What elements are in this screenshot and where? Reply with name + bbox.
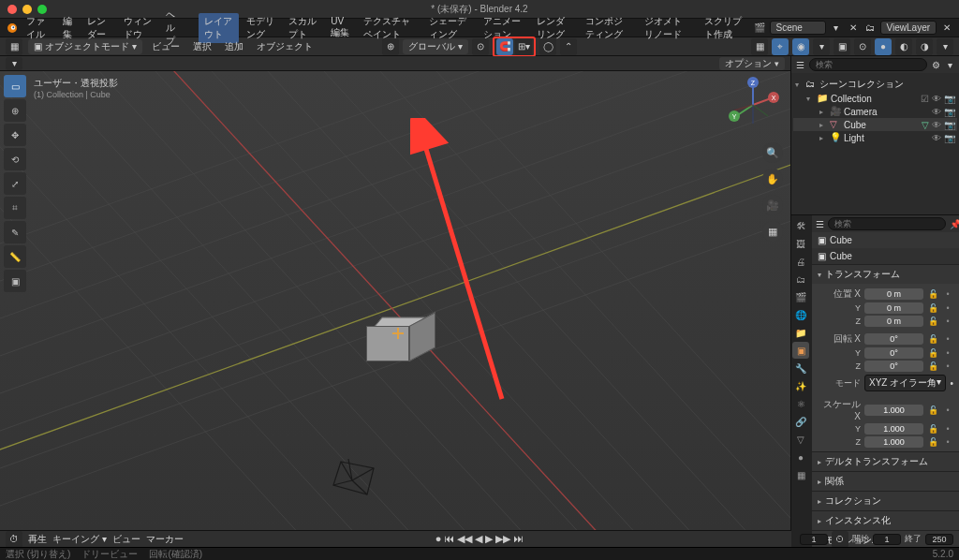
- menu-render[interactable]: レンダー: [81, 13, 116, 43]
- camera-object[interactable]: [332, 457, 388, 504]
- hdr-view[interactable]: ビュー: [148, 40, 184, 53]
- tl-play[interactable]: 再生: [28, 533, 47, 546]
- tl-keying-dropdown[interactable]: キーイング ▾: [52, 533, 107, 546]
- workspace-comp[interactable]: コンポジティング: [580, 13, 638, 43]
- orientation-icon[interactable]: ⊕: [382, 38, 399, 55]
- lock-icon[interactable]: 🔓: [927, 361, 938, 371]
- section-relations[interactable]: ▸関係: [812, 471, 959, 491]
- rot-x-field[interactable]: 0°: [864, 333, 923, 345]
- mode-dropdown[interactable]: ▣ オブジェクトモード ▾: [28, 39, 142, 54]
- lock-icon[interactable]: 🔓: [927, 405, 938, 415]
- prev-key-icon[interactable]: ◀◀: [457, 533, 472, 545]
- workspace-uv[interactable]: UV編集: [325, 14, 356, 41]
- scale-y-field[interactable]: 1.000: [864, 423, 923, 435]
- jump-start-icon[interactable]: ⏮: [444, 533, 454, 545]
- options-dropdown[interactable]: オプション ▾: [719, 57, 785, 70]
- loc-y-field[interactable]: 0 m: [864, 302, 923, 314]
- add-cube-tool[interactable]: ▣: [4, 270, 26, 292]
- rotate-tool[interactable]: ⟲: [4, 148, 26, 170]
- camera-view-icon[interactable]: 🎥: [762, 195, 783, 215]
- shading-solid-icon[interactable]: ●: [875, 38, 892, 55]
- lock-icon[interactable]: 🔓: [927, 334, 938, 344]
- menu-window[interactable]: ウィンドウ: [118, 13, 158, 43]
- editor-type-icon[interactable]: ▦: [6, 38, 22, 55]
- section-instancing[interactable]: ▸インスタンス化: [812, 510, 959, 530]
- ptab-tool[interactable]: 🛠: [792, 217, 809, 234]
- loc-x-field[interactable]: 0 m: [864, 288, 923, 300]
- layer-new-icon[interactable]: ✕: [940, 22, 953, 35]
- menu-edit[interactable]: 編集: [57, 13, 80, 43]
- cube-object[interactable]: [370, 313, 426, 369]
- eye-icon[interactable]: 👁: [932, 120, 941, 130]
- measure-tool[interactable]: 📏: [4, 245, 26, 268]
- scale-tool[interactable]: ⤢: [4, 172, 26, 195]
- section-delta[interactable]: ▸デルタトランスフォーム: [812, 451, 959, 471]
- play-rev-icon[interactable]: ◀: [475, 533, 482, 545]
- ptab-world[interactable]: 🌐: [792, 306, 809, 323]
- autokey-icon[interactable]: ●: [435, 533, 442, 545]
- tree-cube[interactable]: ▸▽ Cube ▽👁📷: [793, 118, 957, 131]
- new-collection-icon[interactable]: ▾: [945, 58, 955, 71]
- lock-icon[interactable]: 🔓: [927, 424, 938, 434]
- next-key-icon[interactable]: ▶▶: [495, 533, 510, 545]
- section-collection[interactable]: ▸コレクション: [812, 491, 959, 510]
- render-icon[interactable]: 📷: [944, 94, 955, 104]
- outliner-search-input[interactable]: [809, 58, 927, 71]
- ptab-render[interactable]: 🖼: [792, 235, 809, 252]
- shading-render-icon[interactable]: ◑: [916, 38, 933, 55]
- jump-end-icon[interactable]: ⏭: [513, 533, 524, 545]
- shading-dropdown-icon[interactable]: ▾: [937, 38, 953, 55]
- lock-icon[interactable]: 🔓: [927, 317, 938, 326]
- current-frame-field[interactable]: 1: [800, 534, 828, 545]
- ptab-texture[interactable]: ▦: [792, 466, 809, 483]
- eye-icon[interactable]: 👁: [932, 94, 941, 104]
- ptab-collection[interactable]: 📁: [792, 324, 809, 341]
- tree-scene-collection[interactable]: ▾🗂 シーンコレクション: [793, 77, 957, 92]
- shading-matprev-icon[interactable]: ◐: [895, 38, 912, 55]
- select-box-tool[interactable]: ▭: [4, 75, 26, 97]
- cursor-tool[interactable]: ⊕: [4, 99, 26, 122]
- scale-z-field[interactable]: 1.000: [864, 436, 923, 448]
- workspace-geo[interactable]: ジオメトリノード: [639, 13, 697, 43]
- snap-toggle-button[interactable]: 🧲: [496, 38, 513, 55]
- hdr-select[interactable]: 選択: [189, 40, 215, 53]
- render-icon[interactable]: 📷: [944, 107, 955, 117]
- hdr-add[interactable]: 追加: [221, 40, 247, 53]
- ptab-constraint[interactable]: 🔗: [792, 413, 809, 430]
- section-transform[interactable]: ▾トランスフォーム: [812, 264, 959, 284]
- rot-y-field[interactable]: 0°: [864, 347, 923, 359]
- outliner-editor-icon[interactable]: ☰: [795, 58, 805, 71]
- orientation-dropdown[interactable]: グローバル ▾: [403, 39, 468, 54]
- props-breadcrumb[interactable]: ▣ Cube: [812, 232, 959, 248]
- preview-range-icon[interactable]: ⏲: [832, 531, 848, 548]
- snap-target-dropdown[interactable]: ⊞▾: [515, 38, 532, 55]
- tree-camera[interactable]: ▸🎥 Camera 👁📷: [793, 105, 957, 118]
- perspective-toggle-icon[interactable]: ▦: [762, 221, 783, 242]
- workspace-sculpt[interactable]: スカルプト: [283, 13, 323, 43]
- lock-icon[interactable]: 🔓: [927, 303, 938, 313]
- tree-light[interactable]: ▸💡 Light 👁📷: [793, 131, 957, 144]
- viewlayer-field[interactable]: ViewLayer: [880, 21, 937, 35]
- ptab-object[interactable]: ▣: [792, 342, 809, 359]
- start-frame-field[interactable]: 1: [873, 534, 901, 545]
- proportional-falloff-icon[interactable]: ⌃: [560, 38, 577, 55]
- filter-icon[interactable]: ▦: [751, 38, 768, 55]
- gizmo-z-icon[interactable]: Z: [747, 77, 759, 88]
- overlay-toggle-icon[interactable]: ◉: [792, 38, 809, 55]
- xray-icon[interactable]: ▣: [834, 38, 850, 55]
- move-tool[interactable]: ✥: [4, 124, 26, 146]
- eye-icon[interactable]: 👁: [932, 133, 941, 143]
- scene-browse-icon[interactable]: ▾: [830, 22, 843, 35]
- ptab-material[interactable]: ●: [792, 449, 809, 465]
- pivot-icon[interactable]: ⊙: [472, 38, 489, 55]
- exclude-checkbox-icon[interactable]: ☑: [921, 94, 929, 104]
- filter-icon[interactable]: ⚙: [931, 58, 941, 71]
- ptab-physics[interactable]: ⚛: [792, 395, 809, 412]
- ptab-data[interactable]: ▽: [792, 431, 809, 448]
- gizmo-y-icon[interactable]: Y: [729, 111, 740, 122]
- overlay-dropdown-icon[interactable]: ▾: [813, 38, 830, 55]
- workspace-script[interactable]: スクリプト作成: [699, 13, 751, 43]
- ptab-modifier[interactable]: 🔧: [792, 360, 809, 376]
- gizmo-x-icon[interactable]: X: [768, 92, 779, 103]
- lock-icon[interactable]: 🔓: [927, 348, 938, 358]
